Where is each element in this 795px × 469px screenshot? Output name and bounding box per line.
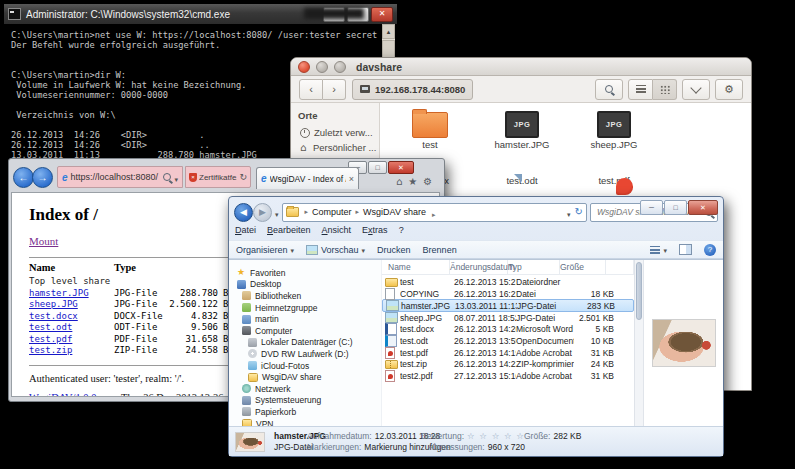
file-item[interactable]: JPG sheep.JPG xyxy=(568,112,660,149)
sidebar-item[interactable]: iCloud-Fotos xyxy=(229,360,381,372)
file-row[interactable]: sheep.JPG 08.07.2011 18:52 JPG-Datei 2.5… xyxy=(382,312,634,324)
menu-item[interactable]: Bearbeiten xyxy=(267,225,311,238)
views-button[interactable] xyxy=(650,245,667,255)
print-button[interactable]: Drucken xyxy=(377,245,411,255)
column-date-modified[interactable]: Änderungsdatum xyxy=(450,260,508,274)
file-item[interactable]: test xyxy=(384,112,476,149)
cmd-title-bar[interactable]: Administrator: C:\Windows\system32\cmd.e… xyxy=(4,4,397,24)
file-link[interactable]: sheep.JPG xyxy=(29,299,114,311)
file-row[interactable]: test.pdf 26.12.2013 14:19 Adobe Acrobat … xyxy=(382,347,634,359)
grid-view-button[interactable] xyxy=(653,79,677,100)
address-dropdown-icon[interactable] xyxy=(567,203,571,221)
column-name[interactable]: Name xyxy=(388,260,450,274)
sidebar-item[interactable]: Lokaler Datenträger (C:) xyxy=(229,337,381,349)
close-button[interactable]: ✕ xyxy=(388,161,414,174)
address-dropdown-icon[interactable] xyxy=(174,168,178,186)
redacted-area xyxy=(304,8,364,19)
file-row[interactable]: COPYING 26.12.2013 16:22 Datei 18 KB xyxy=(382,288,634,300)
close-button[interactable]: ✕ xyxy=(371,7,393,22)
file-link[interactable]: test.pdf xyxy=(29,334,114,346)
wsgidav-version-link[interactable]: WsgiDAV/1.0.0.pre xyxy=(29,392,113,398)
address-bar[interactable]: ComputerWsgiDAV share xyxy=(282,203,587,222)
menu-item[interactable]: Extras xyxy=(362,225,388,238)
sidebar-place-item[interactable]: Persönlicher ... xyxy=(291,140,379,155)
preview-button[interactable]: Vorschau xyxy=(306,245,365,255)
file-type-icon xyxy=(385,347,395,359)
sidebar-item[interactable]: martin xyxy=(229,313,381,325)
sidebar-item[interactable]: Papierkorb xyxy=(229,406,381,418)
settings-button[interactable]: ⚙ xyxy=(715,79,743,100)
forward-button[interactable]: ▶ xyxy=(253,203,272,222)
minimize-button[interactable]: ─ xyxy=(640,200,663,215)
maximize-button[interactable]: □ xyxy=(664,200,687,215)
sidebar-item[interactable]: Heimnetzgruppe xyxy=(229,302,381,314)
file-link[interactable]: hamster.JPG xyxy=(29,288,114,300)
nav-history-dropdown-icon[interactable] xyxy=(275,203,279,221)
forward-button[interactable]: → xyxy=(32,167,53,188)
file-row[interactable]: test2.pdf 27.12.2013 15:10 Adobe Acrobat… xyxy=(382,370,634,382)
back-button[interactable]: ← xyxy=(13,167,34,188)
sidebar-item[interactable]: VPN xyxy=(229,418,381,426)
scroll-up-icon[interactable]: ▲ xyxy=(382,24,395,39)
favorites-star-icon[interactable]: ★ xyxy=(408,176,417,187)
file-row[interactable]: test.zip 26.12.2013 14:22 ZIP-komprimier… xyxy=(382,358,634,370)
column-size[interactable]: Größe xyxy=(560,260,606,274)
gear-icon[interactable]: ⚙ xyxy=(423,176,432,187)
sidebar-item[interactable]: Computer xyxy=(229,325,381,337)
preview-pane-toggle[interactable] xyxy=(679,244,692,255)
back-button[interactable]: ◀ xyxy=(234,203,253,222)
tab[interactable]: e WsgiDAV - Index of / × xyxy=(256,167,359,189)
close-icon[interactable] xyxy=(298,61,310,73)
home-icon[interactable]: ⌂ xyxy=(396,176,402,187)
back-button[interactable]: ‹ xyxy=(299,79,323,100)
nautilus-title-bar[interactable]: davshare xyxy=(291,58,751,76)
certificate-error-button[interactable]: × Zertifikatfe... ↻ xyxy=(185,166,251,188)
mount-link[interactable]: Mount xyxy=(29,235,58,247)
sidebar-item[interactable]: Favoriten xyxy=(229,267,381,279)
minimize-icon[interactable] xyxy=(316,61,328,73)
place-icon xyxy=(300,143,309,152)
burn-button[interactable]: Brennen xyxy=(423,245,457,255)
menu-item[interactable]: Ansicht xyxy=(322,225,352,238)
location-button[interactable]: 192.168.178.44:8080 xyxy=(352,79,473,100)
scrollbar-thumb[interactable] xyxy=(636,262,642,320)
close-button[interactable]: ✕ xyxy=(688,200,718,215)
file-item[interactable]: test.odt xyxy=(476,149,568,186)
refresh-icon[interactable] xyxy=(575,207,583,217)
breadcrumb-item[interactable]: Computer xyxy=(301,207,352,217)
help-icon[interactable]: ? xyxy=(704,244,716,256)
sidebar-item[interactable]: Bibliotheken xyxy=(229,290,381,302)
maximize-button[interactable]: □ xyxy=(368,161,387,174)
breadcrumb-item[interactable]: WsgiDAV share xyxy=(352,207,426,217)
sidebar-item[interactable]: Netzwerk xyxy=(229,383,381,395)
file-link[interactable]: test.odt xyxy=(29,322,114,334)
file-link[interactable]: test.docx xyxy=(29,311,114,323)
maximize-icon[interactable] xyxy=(334,61,346,73)
sidebar-item[interactable]: DVD RW Laufwerk (D:) xyxy=(229,348,381,360)
column-type[interactable]: Typ xyxy=(508,260,560,274)
scrollbar[interactable] xyxy=(634,260,643,426)
file-item[interactable]: test.pdf xyxy=(568,149,660,186)
file-row[interactable]: hamster.JPG 13.03.2011 11:13 JPG-Datei 2… xyxy=(382,299,634,312)
file-row[interactable]: test.docx 26.12.2013 14:26 Microsoft Wor… xyxy=(382,323,634,335)
file-item[interactable]: JPG hamster.JPG xyxy=(476,112,568,149)
search-button[interactable] xyxy=(595,79,623,100)
menu-item[interactable]: ? xyxy=(399,225,404,238)
sidebar-item[interactable]: Systemsteuerung xyxy=(229,395,381,407)
address-bar[interactable]: e https://localhost:8080/ xyxy=(57,166,183,188)
refresh-icon[interactable]: ↻ xyxy=(239,172,247,182)
organize-button[interactable]: Organisieren xyxy=(236,245,294,255)
list-view-button[interactable] xyxy=(628,79,653,100)
sidebar-item[interactable]: WsgiDAV share xyxy=(229,371,381,383)
tab-close-icon[interactable]: × xyxy=(349,174,354,184)
view-options-button[interactable] xyxy=(682,79,710,100)
sidebar-item-icon xyxy=(248,373,258,382)
rating-stars[interactable]: ☆ ☆ ☆ ☆ ☆ xyxy=(467,431,525,441)
file-row[interactable]: test.odt 26.12.2013 13:55 OpenDocument T… xyxy=(382,335,634,347)
forward-button[interactable]: › xyxy=(323,79,346,100)
sidebar-item[interactable]: Desktop xyxy=(229,279,381,291)
menu-item[interactable]: Datei xyxy=(235,225,256,238)
file-row[interactable]: test 26.12.2013 15:21 Dateiordner xyxy=(382,276,634,288)
file-link[interactable]: test.zip xyxy=(29,345,114,357)
sidebar-place-item[interactable]: Zuletzt verw... xyxy=(291,125,379,140)
